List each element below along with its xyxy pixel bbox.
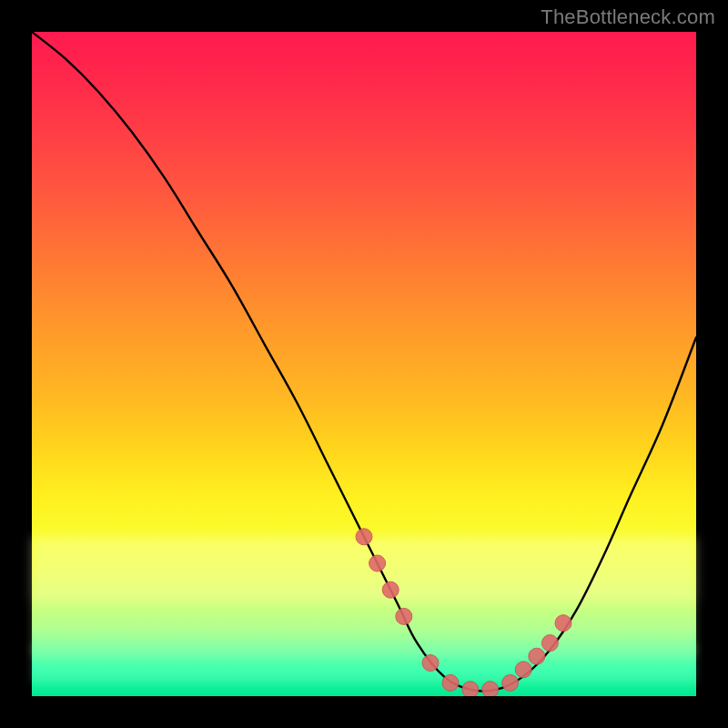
marker-point	[555, 615, 571, 632]
marker-point	[442, 674, 459, 691]
marker-point	[502, 674, 519, 691]
bottleneck-curve	[32, 32, 696, 692]
highlight-markers	[356, 529, 571, 696]
plot-area	[32, 32, 696, 696]
marker-point	[382, 581, 399, 598]
attribution-label: TheBottleneck.com	[541, 5, 715, 29]
marker-point	[369, 555, 386, 571]
chart-svg	[32, 32, 696, 696]
marker-point	[396, 608, 412, 624]
chart-stage: TheBottleneck.com	[0, 0, 728, 728]
marker-point	[529, 648, 545, 664]
marker-point	[356, 529, 372, 545]
marker-point	[462, 682, 479, 696]
marker-point	[422, 655, 439, 672]
marker-point	[541, 635, 558, 652]
marker-point	[515, 662, 531, 678]
marker-point	[482, 682, 499, 696]
